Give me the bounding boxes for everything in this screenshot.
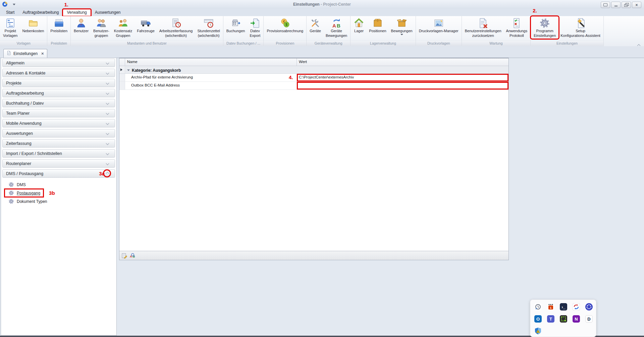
sidebar-item-dms[interactable]: DMS: [1, 180, 116, 189]
dev-chat-icon[interactable]: ›_: [560, 303, 567, 311]
sidebar-section-allgemein[interactable]: Allgemein: [2, 59, 115, 67]
svg-text:A: A: [130, 254, 132, 258]
fullscreen-button[interactable]: [601, 2, 610, 8]
sidebar-section-buchhaltung-datev[interactable]: Buchhaltung / Datev: [2, 99, 115, 107]
ribbon-button-caption: Druckvorlagen-Manager: [419, 29, 459, 33]
ribbon-button-caption: Provisionsabrechnung: [267, 29, 303, 33]
greenshot-icon[interactable]: [560, 315, 567, 323]
ribbon-group-buttons: ProgrammEinstellungen2.SetupKonfiguratio…: [531, 16, 603, 41]
user-icon: [76, 18, 87, 29]
chevron-down-icon: [103, 69, 111, 77]
sidebar-section-team-planer[interactable]: Team Planer: [2, 109, 115, 117]
onenote-icon[interactable]: N: [573, 315, 580, 323]
ribbon-button-bewegungen[interactable]: Bewegungen: [389, 17, 415, 37]
ribbon-button-benutzer[interactable]: Benutzer: [71, 17, 91, 34]
ribbon-button-geraete-bewegungen[interactable]: ABGeräteBewegungen: [323, 17, 350, 38]
ribbon-group-buttons: ProjektVorlagenNebenkosten: [0, 16, 47, 41]
sidebar-section-auswertungen[interactable]: Auswertungen: [2, 129, 115, 137]
ribbon-button-projekt-vorlagen[interactable]: ProjektVorlagen: [1, 17, 20, 38]
close-button[interactable]: ×: [632, 2, 641, 8]
minimize-button[interactable]: [611, 2, 621, 8]
ribbon-group-buttons: Preislisten: [47, 16, 70, 41]
deepl-icon[interactable]: D: [585, 315, 593, 323]
sidebar-section-dms-postausgang[interactable]: DMS / Postausgang3a: [2, 169, 115, 178]
menu-tab-auswertungen[interactable]: Auswertungen: [91, 9, 125, 16]
picture-icon: [433, 18, 444, 29]
grid-header-name: Name: [125, 58, 297, 66]
ribbon-button-fahrzeuge[interactable]: Fahrzeuge: [135, 17, 157, 34]
ribbon-button-provisionsabrechnung[interactable]: €$Provisionsabrechnung: [264, 17, 306, 34]
sync-icon[interactable]: [573, 303, 580, 311]
sidebar-section-auftragsbearbeitung[interactable]: Auftragsbearbeitung: [2, 89, 115, 97]
ribbon-button-positionen[interactable]: Positionen: [367, 17, 388, 34]
sidebar-item-dokument-typen[interactable]: Dokument Typen: [1, 197, 116, 206]
shield-warning-icon[interactable]: [534, 327, 542, 335]
annotation-step-3b: 3b: [49, 190, 55, 196]
sidebar-section-zeiterfassung[interactable]: Zeiterfassung: [2, 139, 115, 148]
sidebar-section-label: Buchhaltung / Datev: [6, 101, 44, 106]
menu-tab-auftragsbearbeitung[interactable]: Auftragsbearbeitung: [18, 9, 63, 16]
sidebar-section-label: Team Planer: [6, 111, 30, 116]
sidebar-section-routenplaner[interactable]: Routenplaner: [2, 159, 115, 168]
sidebar-item-inner: Dokument Typen: [5, 198, 50, 205]
title-bar: Einstellungen - Project-Center ×: [0, 0, 644, 9]
ribbon-button-caption: Benutzereinstellungen: [465, 29, 501, 33]
ribbon-button-preislisten[interactable]: Preislisten: [48, 17, 70, 34]
grid-category-row[interactable]: Kategorie: Ausgangskorb: [119, 66, 508, 74]
ribbon-button-kostensatz-gruppen[interactable]: KostensatzGruppen: [112, 17, 135, 38]
teams-icon[interactable]: T: [547, 315, 554, 323]
edit-note-icon[interactable]: [121, 253, 127, 259]
sidebar-section-label: DMS / Postausgang: [6, 171, 43, 176]
sidebar-item-postausgang[interactable]: Postausgang3b: [1, 189, 116, 197]
ribbon-button-setup-konfigurations-assistent[interactable]: SetupKonfigurations-Assistent: [558, 17, 603, 38]
ribbon-group-buttons: €$Provisionsabrechnung: [264, 16, 306, 41]
outlook-icon[interactable]: O: [534, 315, 542, 323]
ribbon-group-buttons: BenutzereinstellungenzurücksetzenAnwendu…: [462, 16, 530, 41]
ribbon-group-buttons: LagerPositionenBewegungen: [351, 16, 416, 41]
sidebar-section-projekte[interactable]: Projekte: [2, 79, 115, 87]
menu-tab-verwaltung[interactable]: Verwaltung1.: [63, 9, 91, 16]
tab-label: Einstellungen: [13, 51, 38, 56]
ribbon-group-label: Preislisten: [47, 41, 70, 46]
find-ab-icon[interactable]: AB: [130, 253, 136, 259]
ribbon-button-datev-export[interactable]: DatevExport: [247, 17, 263, 38]
sidebar-section-label: Mobile Anwendung: [6, 121, 42, 126]
menu-tab-label: Start: [6, 10, 14, 15]
ribbon-button-benutzer-gruppen[interactable]: Benutzer-gruppen: [91, 17, 112, 38]
sidebar-section-mobile-anwendung[interactable]: Mobile Anwendung: [2, 119, 115, 127]
ribbon-button-anwendungs-protokoll[interactable]: AnwendungsProtokoll: [504, 17, 530, 38]
ribbon-button-geraete[interactable]: Geräte: [307, 17, 323, 34]
ribbon-button-arbeitszeiterfassung[interactable]: Arbeitszeiterfassung(wöchentlich): [157, 17, 195, 38]
sidebar-item-inner: DMS: [5, 181, 29, 188]
sidebar-section-import-export-schnittstellen[interactable]: Import / Export / Schnittstellen: [2, 149, 115, 158]
ribbon-button-caption: Bewegungen: [326, 34, 347, 38]
menu-tab-label: Verwaltung: [67, 10, 87, 15]
close-tab-icon[interactable]: ×: [41, 51, 44, 56]
ribbon-button-caption: Nebenkosten: [22, 29, 44, 33]
grid-row-indicator: [119, 82, 125, 90]
ribbon-button-druckvorlagen-manager[interactable]: Druckvorlagen-Manager: [417, 17, 461, 34]
menu-tab-start[interactable]: Start: [2, 9, 18, 16]
ribbon-group-preislisten: PreislistenPreislisten: [47, 16, 71, 46]
tab-einstellungen[interactable]: Einstellungen ×: [3, 49, 47, 58]
sidebar-section-adressen-kontakte[interactable]: Adressen & Kontakte: [2, 69, 115, 77]
ribbon-button-caption: (wöchentlich): [165, 34, 187, 38]
ribbon-group-label: Provisionen: [264, 41, 306, 46]
grid-cell-name[interactable]: Archiv-Pfad für externe Archivierung: [125, 74, 297, 81]
signal-icon[interactable]: [585, 303, 593, 311]
grid-cell-value[interactable]: C:\ProjectCenter\externesArchiv4.: [297, 74, 508, 81]
restore-button[interactable]: [622, 2, 631, 8]
ribbon-collapse-icon[interactable]: [638, 42, 641, 45]
ribbon-button-nebenkosten[interactable]: Nebenkosten: [20, 17, 46, 34]
svg-text:1: 1: [550, 306, 551, 310]
calendar-icon[interactable]: 1: [547, 303, 554, 311]
ribbon-button-stundenzettel[interactable]: Stundenzettel(wöchentlich): [195, 17, 222, 38]
grid-cell-value[interactable]: [297, 82, 508, 90]
ribbon-button-lager[interactable]: Lager: [351, 17, 367, 34]
ribbon-button-buchungen[interactable]: Buchungen: [224, 17, 248, 34]
ribbon-button-benutzereinstellungen-zuruecksetzen[interactable]: Benutzereinstellungenzurücksetzen: [463, 17, 504, 38]
grid-cell-name[interactable]: Outbox BCC E-Mail Address: [125, 82, 297, 90]
clock-sync-icon[interactable]: [534, 303, 542, 311]
gear-icon: [8, 190, 14, 196]
ribbon-button-programm-einstellungen[interactable]: ProgrammEinstellungen2.: [531, 17, 558, 38]
